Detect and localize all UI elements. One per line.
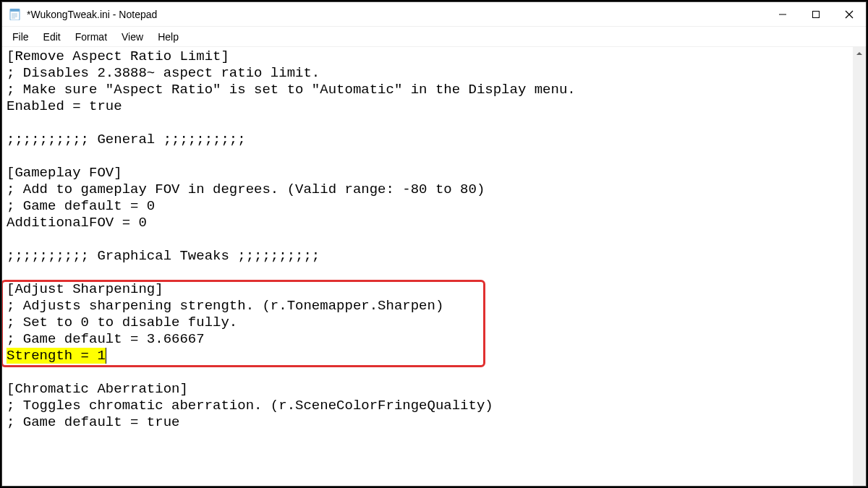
editor-line: [Gameplay FOV]: [7, 165, 850, 181]
editor-line: ; Set to 0 to disable fully.: [7, 314, 850, 331]
editor-line: [7, 148, 850, 165]
menu-format[interactable]: Format: [68, 29, 114, 45]
editor-line: ; Make sure "Aspect Ratio" is set to "Au…: [7, 82, 850, 98]
editor-line: [Adjust Sharpening]: [7, 281, 850, 298]
text-caret: [106, 348, 106, 364]
editor-line: ; Add to gameplay FOV in degrees. (Valid…: [7, 181, 850, 198]
editor-line: ; Game default = 3.66667: [7, 331, 850, 348]
editor-line: [7, 364, 850, 381]
editor-line: AdditionalFOV = 0: [7, 215, 850, 231]
svg-rect-1: [10, 9, 20, 12]
editor-line: [Remove Aspect Ratio Limit]: [7, 48, 850, 65]
menu-file[interactable]: File: [5, 29, 36, 45]
editor-line: Strength = 1: [7, 348, 850, 364]
vertical-scrollbar[interactable]: [853, 47, 866, 486]
editor-line: [7, 231, 850, 248]
maximize-button[interactable]: [799, 2, 833, 27]
editor-line: [7, 115, 850, 132]
window-title: *WukongTweak.ini - Notepad: [27, 9, 157, 20]
menu-edit[interactable]: Edit: [36, 29, 68, 45]
notepad-window: *WukongTweak.ini - Notepad File Edit For…: [1, 1, 867, 487]
editor-line: ; Toggles chromatic aberration. (r.Scene…: [7, 398, 850, 414]
titlebar[interactable]: *WukongTweak.ini - Notepad: [2, 2, 866, 27]
minimize-button[interactable]: [766, 2, 799, 27]
menubar: File Edit Format View Help: [2, 27, 866, 47]
editor-line: [Chromatic Aberration]: [7, 381, 850, 398]
editor-line: [7, 265, 850, 281]
close-button[interactable]: [833, 2, 866, 27]
editor-line: ; Game default = 0: [7, 198, 850, 215]
editor-line: ; Adjusts sharpening strength. (r.Tonema…: [7, 298, 850, 314]
editor-line: Enabled = true: [7, 98, 850, 115]
scroll-up-arrow-icon[interactable]: [853, 47, 866, 60]
editor-line: ; Disables 2.3888~ aspect ratio limit.: [7, 65, 850, 82]
editor-line: ; Game default = true: [7, 414, 850, 431]
editor-line: ;;;;;;;;;; General ;;;;;;;;;;: [7, 132, 850, 148]
highlighted-text: Strength = 1: [7, 348, 106, 364]
svg-rect-7: [813, 11, 820, 17]
menu-help[interactable]: Help: [150, 29, 186, 45]
editor-line: ;;;;;;;;;; Graphical Tweaks ;;;;;;;;;;: [7, 248, 850, 265]
content-area: [Remove Aspect Ratio Limit]; Disables 2.…: [2, 47, 866, 486]
text-editor[interactable]: [Remove Aspect Ratio Limit]; Disables 2.…: [2, 47, 853, 486]
menu-view[interactable]: View: [114, 29, 150, 45]
notepad-app-icon: [9, 9, 21, 20]
